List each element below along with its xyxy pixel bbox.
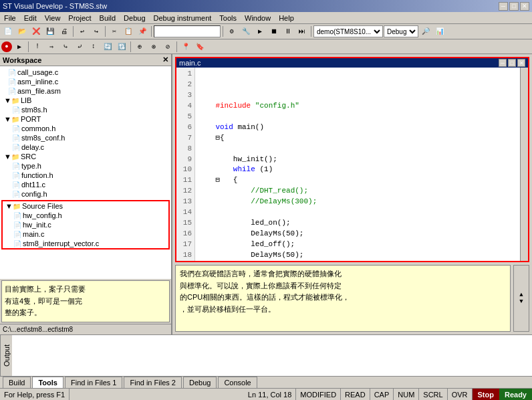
- menu-project[interactable]: Project: [67, 14, 92, 22]
- tb2-btn5[interactable]: ⤷: [59, 41, 72, 53]
- tree-item-hw-config[interactable]: 📄 hw_config.h: [3, 211, 168, 220]
- tb2-btn12[interactable]: ⊘: [161, 41, 174, 53]
- status-scrl-text: SCRL: [423, 391, 442, 399]
- minimize-button[interactable]: ─: [499, 2, 508, 11]
- redo-button[interactable]: ↪: [90, 25, 103, 37]
- menu-view[interactable]: View: [43, 14, 62, 22]
- tb2-btn6[interactable]: ⤶: [73, 41, 86, 53]
- new-button[interactable]: 📄: [1, 25, 15, 37]
- close-file-button[interactable]: ❌: [29, 25, 43, 37]
- tree-item-asm-inline[interactable]: 📄 asm_inline.c: [1, 77, 170, 86]
- copy-button[interactable]: 📋: [122, 25, 135, 37]
- tree-item-main[interactable]: 📄 main.c: [3, 229, 168, 239]
- search-input[interactable]: [154, 25, 221, 37]
- workspace-tree[interactable]: 📄 call_usage.c 📄 asm_inline.c 📄 asm_file…: [0, 66, 171, 279]
- menu-edit[interactable]: Edit: [23, 14, 38, 22]
- tb2-btn10[interactable]: ⊕: [133, 41, 146, 53]
- status-cap: CAP: [370, 389, 394, 400]
- open-button[interactable]: 📂: [15, 25, 29, 37]
- file-icon: 📄: [12, 163, 20, 170]
- tree-item-lib[interactable]: ▼ 📁 LIB: [1, 96, 170, 105]
- toolbar-area: 📄 📂 ❌ 💾 🖨 ↩ ↪ ✂ 📋 📌 ⚙ 🔧 ▶ ⏹ ⏸ ⏭ demo(STM…: [0, 24, 532, 54]
- config-dropdown[interactable]: Debug: [384, 25, 418, 37]
- tab-find-files-1[interactable]: Find in Files 1: [65, 377, 122, 388]
- project-dropdown[interactable]: demo(STM8S10...: [313, 25, 383, 37]
- tb2-btn2[interactable]: ▶: [13, 41, 26, 53]
- tb-icon1[interactable]: ⚙: [225, 25, 239, 37]
- tree-item-config-h[interactable]: 📄 config.h: [1, 189, 170, 199]
- print-button[interactable]: 🖨: [57, 25, 71, 37]
- tb-icon8[interactable]: 📊: [433, 25, 446, 37]
- code-minimize-button[interactable]: ─: [499, 59, 507, 67]
- cut-button[interactable]: ✂: [108, 25, 121, 37]
- tb-icon2[interactable]: 🔧: [239, 25, 253, 37]
- tb2-btn9[interactable]: 🔃: [115, 41, 128, 53]
- tb-icon6[interactable]: ⏭: [295, 25, 309, 37]
- tree-item-hw-init[interactable]: 📄 hw_init.c: [3, 220, 168, 229]
- tab-debug[interactable]: Debug: [183, 377, 217, 388]
- file-icon: 📄: [8, 69, 16, 76]
- tree-item-delay[interactable]: 📄 delay.c: [1, 142, 170, 152]
- tree-item-stm8s-conf[interactable]: 📄 stm8s_conf.h: [1, 133, 170, 142]
- sep4: [223, 26, 223, 37]
- tree-label: PORT: [21, 115, 41, 123]
- bottom-content-area: Output: [0, 335, 532, 376]
- tb2-btn7[interactable]: ↕: [87, 41, 100, 53]
- tb-icon4[interactable]: ⏹: [267, 25, 281, 37]
- sep2: [105, 26, 106, 37]
- code-lines[interactable]: #include "config.h" void main() ⊟{ hw_in…: [195, 68, 520, 261]
- code-close-button[interactable]: ✕: [517, 59, 525, 67]
- tb2-btn1[interactable]: ●: [1, 41, 12, 52]
- paste-button[interactable]: 📌: [136, 25, 149, 37]
- tb2-btn14[interactable]: 🔖: [193, 41, 207, 53]
- file-icon: 📄: [12, 106, 20, 114]
- menu-window[interactable]: Window: [243, 14, 272, 22]
- tree-item-type-h[interactable]: 📄 type.h: [1, 161, 170, 171]
- menu-build[interactable]: Build: [98, 14, 117, 22]
- tb2-btn4[interactable]: ⇒: [45, 41, 58, 53]
- undo-button[interactable]: ↩: [76, 25, 89, 37]
- tb2-btn13[interactable]: 📍: [179, 41, 192, 53]
- tree-indent: ▼: [1, 115, 11, 123]
- tree-item-function-h[interactable]: 📄 function.h: [1, 171, 170, 180]
- tree-item-source-files[interactable]: ▼ 📁 Source Files: [3, 201, 168, 211]
- tree-item-common-h[interactable]: 📄 common.h: [1, 124, 170, 133]
- tree-item-interrupt-vector[interactable]: 📄 stm8_interrupt_vector.c: [3, 239, 168, 248]
- tree-label: Source Files: [22, 202, 63, 210]
- sep5: [311, 26, 311, 37]
- tree-item-call-usage[interactable]: 📄 call_usage.c: [1, 68, 170, 77]
- menu-debug-instrument[interactable]: Debug instrument: [152, 14, 213, 22]
- tree-item-stm8s-h[interactable]: 📄 stm8s.h: [1, 105, 170, 114]
- status-position: Ln 11, Col 18: [244, 389, 296, 400]
- tooltip-left: 目前實際上，案子只需要有這4隻，即可是一個完整的案子。: [1, 280, 170, 322]
- tb-icon3[interactable]: ▶: [253, 25, 267, 37]
- tree-item-dht11[interactable]: 📄 dht11.c: [1, 180, 170, 189]
- tab-find-files-2[interactable]: Find in Files 2: [124, 377, 181, 388]
- workspace-close-icon[interactable]: ✕: [162, 56, 168, 64]
- tb-icon5[interactable]: ⏸: [281, 25, 295, 37]
- tree-item-src[interactable]: ▼ 📁 SRC: [1, 152, 170, 161]
- menu-tools[interactable]: Tools: [218, 14, 238, 22]
- tab-build[interactable]: Build: [3, 377, 31, 388]
- tree-item-port[interactable]: ▼ 📁 PORT: [1, 114, 170, 124]
- tab-console[interactable]: Console: [218, 377, 257, 388]
- status-stop-text: Stop: [478, 391, 494, 399]
- tb2-btn3[interactable]: !: [31, 41, 44, 53]
- close-button[interactable]: ✕: [520, 2, 529, 11]
- menu-debug[interactable]: Debug: [122, 14, 146, 22]
- code-maximize-button[interactable]: □: [508, 59, 516, 67]
- code-scrollbar[interactable]: [520, 68, 528, 261]
- tb2-btn8[interactable]: 🔄: [101, 41, 114, 53]
- menu-file[interactable]: File: [3, 14, 17, 22]
- file-icon: 📄: [8, 88, 16, 95]
- tree-item-asm-file[interactable]: 📄 asm_file.asm: [1, 86, 170, 96]
- menu-help[interactable]: Help: [277, 14, 295, 22]
- save-button[interactable]: 💾: [43, 25, 57, 37]
- tb2-btn11[interactable]: ⊗: [147, 41, 160, 53]
- tb-icon7[interactable]: 🔎: [419, 25, 432, 37]
- maximize-button[interactable]: □: [509, 2, 519, 11]
- file-icon: 📄: [13, 231, 21, 238]
- scroll-indicator[interactable]: ▲▼: [513, 265, 529, 332]
- tab-tools[interactable]: Tools: [32, 377, 63, 388]
- tree-label: delay.c: [21, 143, 44, 151]
